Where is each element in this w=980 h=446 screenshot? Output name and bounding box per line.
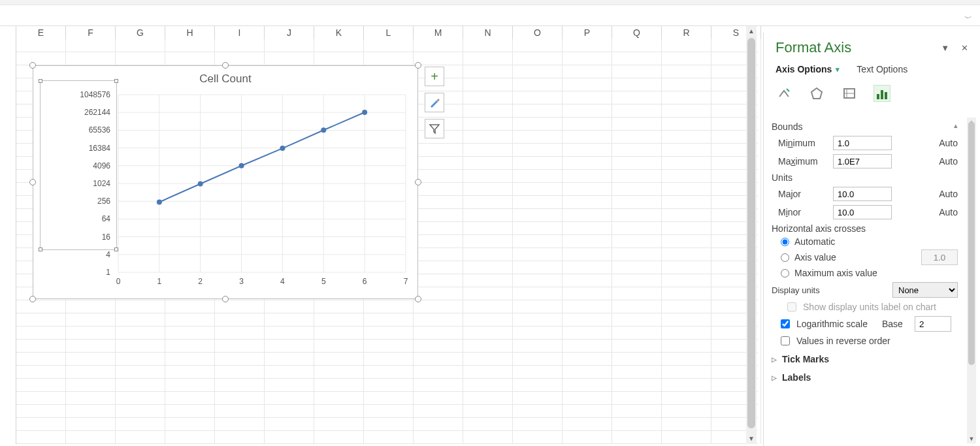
row-header[interactable] <box>0 248 16 261</box>
crosses-automatic-radio[interactable] <box>781 238 789 246</box>
cell[interactable] <box>662 261 711 274</box>
row-header[interactable] <box>0 52 16 65</box>
cell[interactable] <box>463 104 513 118</box>
cell[interactable] <box>66 405 116 418</box>
cell[interactable] <box>563 287 612 300</box>
cell[interactable] <box>563 313 612 327</box>
row-header[interactable] <box>0 340 16 353</box>
cell[interactable] <box>563 91 612 104</box>
cell[interactable] <box>563 65 612 78</box>
cell[interactable] <box>662 418 711 431</box>
cell[interactable] <box>513 235 563 248</box>
cell[interactable] <box>463 300 513 313</box>
cell[interactable] <box>116 52 165 65</box>
cell[interactable] <box>364 405 414 418</box>
cell[interactable] <box>463 287 513 300</box>
cell[interactable] <box>563 274 612 287</box>
cell[interactable] <box>16 431 66 444</box>
cell[interactable] <box>662 78 711 91</box>
maximum-input[interactable] <box>833 154 892 168</box>
row-header[interactable] <box>0 78 16 91</box>
cell[interactable] <box>612 183 662 196</box>
row-header[interactable] <box>0 196 16 209</box>
col-header[interactable]: Q <box>612 26 662 39</box>
cell[interactable] <box>463 353 513 366</box>
row-header[interactable] <box>0 327 16 340</box>
cell[interactable] <box>364 327 414 340</box>
cell[interactable] <box>463 78 513 91</box>
cell[interactable] <box>364 366 414 379</box>
cell[interactable] <box>265 327 314 340</box>
cell[interactable] <box>463 170 513 183</box>
cell[interactable] <box>314 366 364 379</box>
cell[interactable] <box>364 392 414 405</box>
cell[interactable] <box>662 405 711 418</box>
cell[interactable] <box>463 405 513 418</box>
cell[interactable] <box>414 261 463 274</box>
col-header[interactable]: M <box>414 26 463 39</box>
crosses-max-radio[interactable] <box>781 269 789 278</box>
row-header[interactable] <box>0 379 16 392</box>
row-header[interactable] <box>0 366 16 379</box>
chart-resize-handle[interactable] <box>29 62 36 69</box>
cell[interactable] <box>364 418 414 431</box>
cell[interactable] <box>513 300 563 313</box>
auto-major-button[interactable]: Auto <box>939 189 958 199</box>
chart-plot-area[interactable]: 1048576262144655361638440961024256641641… <box>33 89 419 298</box>
cell[interactable] <box>116 39 165 52</box>
cell[interactable] <box>513 196 563 209</box>
cell[interactable] <box>563 366 612 379</box>
row-header[interactable] <box>0 131 16 144</box>
minor-input[interactable] <box>833 205 892 219</box>
cell[interactable] <box>612 431 662 444</box>
cell[interactable] <box>662 366 711 379</box>
cell[interactable] <box>265 392 314 405</box>
cell[interactable] <box>662 52 711 65</box>
row-header[interactable] <box>0 418 16 431</box>
cell[interactable] <box>612 170 662 183</box>
cell[interactable] <box>215 392 265 405</box>
cell[interactable] <box>513 78 563 91</box>
cell[interactable] <box>662 431 711 444</box>
cell[interactable] <box>662 222 711 235</box>
cell[interactable] <box>16 327 66 340</box>
cell[interactable] <box>414 183 463 196</box>
cell[interactable] <box>314 392 364 405</box>
cell[interactable] <box>314 340 364 353</box>
cell[interactable] <box>463 157 513 170</box>
cell[interactable] <box>563 78 612 91</box>
cell[interactable] <box>165 300 215 313</box>
cell[interactable] <box>116 405 165 418</box>
cell[interactable] <box>612 353 662 366</box>
cell[interactable] <box>563 353 612 366</box>
row-header[interactable] <box>0 222 16 235</box>
spreadsheet-grid[interactable]: E F G H I J K L M N O P Q R S Ce <box>0 26 758 446</box>
cell[interactable] <box>215 379 265 392</box>
chart-resize-handle[interactable] <box>415 62 421 69</box>
cell[interactable] <box>612 392 662 405</box>
cell[interactable] <box>265 418 314 431</box>
cell[interactable] <box>414 222 463 235</box>
cell[interactable] <box>612 418 662 431</box>
cell[interactable] <box>513 91 563 104</box>
cell[interactable] <box>662 313 711 327</box>
col-header[interactable]: P <box>563 26 612 39</box>
cell[interactable] <box>414 340 463 353</box>
cell[interactable] <box>463 196 513 209</box>
row-header[interactable] <box>0 405 16 418</box>
cell[interactable] <box>662 235 711 248</box>
cell[interactable] <box>215 313 265 327</box>
cell[interactable] <box>463 366 513 379</box>
cell[interactable] <box>662 248 711 261</box>
cell[interactable] <box>563 196 612 209</box>
chart-styles-button[interactable] <box>425 93 444 112</box>
row-header[interactable] <box>0 235 16 248</box>
cell[interactable] <box>66 353 116 366</box>
cell[interactable] <box>563 248 612 261</box>
cell[interactable] <box>563 327 612 340</box>
cell[interactable] <box>463 52 513 65</box>
cell[interactable] <box>612 287 662 300</box>
cell[interactable] <box>563 104 612 118</box>
cell[interactable] <box>116 418 165 431</box>
cell[interactable] <box>265 340 314 353</box>
